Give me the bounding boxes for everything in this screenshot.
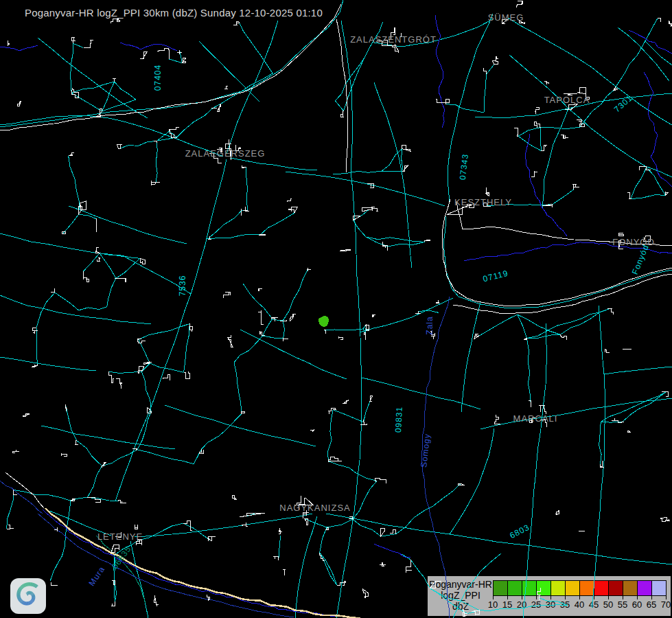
city-label: FONYÓD — [612, 237, 655, 247]
shoreline-main-road-layer — [0, 4, 672, 508]
legend-tick-label: 60 — [629, 599, 645, 610]
road-number-label: Mura — [86, 564, 106, 588]
main-roads-layer — [0, 0, 672, 618]
road-number-label: 7301 — [612, 93, 634, 115]
city-label: TAPOLCA — [544, 95, 590, 105]
city-label: MARCALI — [513, 413, 558, 424]
radar-map — [0, 0, 672, 618]
city-label: LETENYE — [97, 531, 143, 542]
legend-color-swatch — [493, 580, 508, 596]
radar-echo-layer — [318, 316, 329, 328]
legend-tick-label: 20 — [514, 599, 529, 610]
legend-tick-label: 10 — [485, 599, 500, 610]
city-label: NAGYKANIZSA — [279, 503, 350, 513]
legend-color-swatch — [551, 580, 566, 596]
legend-color-swatch — [651, 580, 667, 596]
road-number-label: Zala — [425, 316, 435, 334]
legend-color-swatch — [579, 580, 594, 596]
road-number-label: 6803 — [508, 523, 531, 540]
road-number-label: 07404 — [153, 65, 163, 91]
legend-tick-label: 40 — [572, 599, 587, 610]
radar-viewport: Poganyvar-HR logZ_PPI dbZ 10152025303540… — [0, 0, 672, 618]
road-number-label: 09831 — [393, 406, 404, 433]
legend-color-swatch — [565, 580, 580, 596]
road-number-label: 07343 — [458, 153, 471, 181]
spiral-logo — [10, 577, 47, 617]
village-outlines-layer — [7, 1, 672, 616]
legend-color-swatch — [507, 580, 522, 596]
county-boundary-layer — [0, 297, 450, 618]
legend-tick-label: 30 — [543, 599, 558, 610]
legend-tick-label: 15 — [500, 599, 515, 610]
legend-product-label: logZ_PPI — [429, 591, 492, 601]
legend-color-swatch — [536, 580, 551, 596]
road-number-label: 06835 — [110, 544, 133, 571]
legend-tick-label: 65 — [644, 599, 659, 610]
legend-color-swatch — [594, 580, 609, 596]
city-label: ZALAEGERSZEG — [185, 148, 266, 159]
legend-unit-label: dbZ — [429, 602, 492, 612]
road-number-label: 7536 — [178, 275, 187, 297]
legend-color-swatch — [623, 580, 638, 596]
city-label: ZALASZENTGRÓT — [350, 34, 437, 45]
city-label: KESZTHELY — [454, 197, 512, 207]
legend-tick-label: 70 — [658, 599, 672, 610]
legend-panel: Poganyvar-HR logZ_PPI dbZ 10152025303540… — [426, 575, 672, 617]
minor-roads-layer — [7, 19, 667, 614]
channel-layer — [96, 536, 146, 603]
legend-color-swatch — [637, 580, 652, 596]
legend-tick-label: 35 — [557, 599, 572, 610]
road-number-label: Fonyód — [630, 243, 651, 276]
radar-title: Poganyvar-HR logZ_PPI 30km (dbZ) Sunday … — [25, 7, 323, 19]
map-labels-layer: Poganyvar-HR logZ_PPI 30km (dbZ) Sunday … — [0, 0, 672, 618]
legend-tick-label: 50 — [601, 599, 616, 610]
road-number-label: Somogy — [419, 433, 432, 468]
legend-color-bar: 10152025303540455055606570 — [493, 580, 667, 615]
legend-color-swatch — [522, 580, 537, 596]
legend-color-swatch — [608, 580, 623, 596]
road-number-label: 07119 — [482, 268, 509, 284]
spiral-storm-icon — [10, 577, 47, 615]
legend-tick-label: 45 — [586, 599, 601, 610]
city-label: SÜMEG — [488, 12, 524, 23]
radar-echo — [318, 316, 329, 328]
country-border-layer — [45, 508, 360, 618]
legend-site-label: Poganyvar-HR — [429, 580, 492, 590]
legend-tick-label: 55 — [615, 599, 630, 610]
river-layer — [0, 15, 672, 618]
legend-tick-label: 25 — [529, 599, 544, 610]
